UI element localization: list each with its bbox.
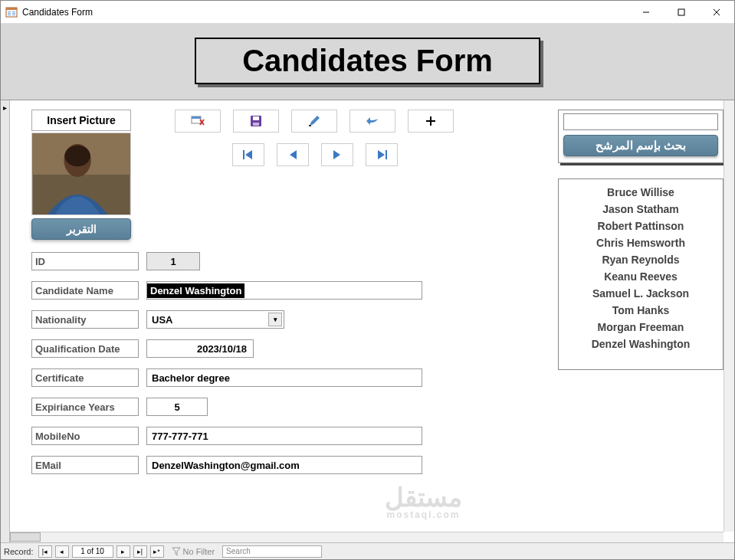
recordnav-next[interactable]: ▸ (116, 545, 130, 558)
certificate-field[interactable]: Bachelor degree (146, 368, 422, 387)
filter-icon (172, 547, 181, 556)
svg-rect-5 (12, 11, 15, 12)
action-toolbar (175, 110, 454, 133)
window-title: Candidates Form (22, 7, 628, 18)
nav-next-button[interactable] (321, 143, 353, 166)
svg-point-15 (64, 146, 90, 166)
list-item[interactable]: Denzel Washington (559, 336, 723, 352)
watermark: مستقل mostaql.com (385, 484, 462, 519)
value-name: Denzel Washington (147, 283, 244, 298)
header-box: Candidates Form (195, 38, 540, 84)
form-content: Insert Picture التقرير (10, 100, 734, 542)
list-item[interactable]: Jason Statham (559, 201, 723, 218)
list-item[interactable]: Keanu Reeves (559, 268, 723, 285)
save-button[interactable] (233, 110, 279, 133)
recordnav-last[interactable]: ▸| (133, 545, 147, 558)
titlebar: Candidates Form (1, 1, 734, 24)
record-nav-bar: Record: |◂ ◂ 1 of 10 ▸ ▸| ▸* No Filter S… (1, 542, 734, 559)
value-nationality: USA (152, 314, 172, 326)
label-mobile: MobileNo (31, 427, 139, 445)
record-nav-toolbar (232, 143, 398, 166)
close-button[interactable] (699, 1, 734, 24)
svg-rect-4 (8, 15, 11, 15)
label-qualdate: Qualification Date (31, 339, 139, 358)
page-title: Candidates Form (242, 44, 493, 78)
label-name: Candidate Name (31, 281, 139, 300)
watermark-sub: mostaql.com (385, 510, 462, 519)
svg-rect-17 (192, 116, 201, 119)
candidate-photo[interactable] (31, 133, 131, 215)
label-certificate: Certificate (31, 368, 139, 387)
list-item[interactable]: Ryan Reynolds (559, 251, 723, 268)
nav-first-button[interactable] (232, 143, 264, 166)
recordnav-filter[interactable]: No Filter (167, 547, 220, 556)
edit-button[interactable] (291, 110, 337, 133)
recordnav-first[interactable]: |◂ (38, 545, 52, 558)
svg-rect-3 (8, 13, 11, 14)
recordnav-new[interactable]: ▸* (150, 545, 164, 558)
list-item[interactable]: Chris Hemsworth (559, 234, 723, 251)
nav-prev-button[interactable] (277, 143, 309, 166)
add-button[interactable] (408, 110, 454, 133)
svg-marker-29 (333, 150, 340, 159)
maximize-button[interactable] (664, 1, 699, 24)
svg-rect-6 (12, 13, 15, 14)
app-window: Candidates Form Candidates Form ▸ Insert… (0, 0, 735, 560)
scrollbar-horizontal[interactable] (10, 532, 724, 542)
candidate-name-field[interactable]: Denzel Washington (146, 281, 422, 300)
header-band: Candidates Form (1, 24, 734, 100)
label-email: EMail (31, 456, 139, 474)
chevron-down-icon[interactable]: ▾ (268, 313, 282, 326)
mobile-field[interactable]: 777-777-771 (146, 427, 422, 445)
nationality-field[interactable]: USA ▾ (146, 310, 284, 329)
app-icon (5, 6, 18, 18)
window-controls (628, 1, 734, 24)
recordnav-label: Record: (4, 547, 35, 556)
minimize-button[interactable] (628, 1, 664, 24)
recordnav-prev[interactable]: ◂ (55, 545, 69, 558)
search-input[interactable] (563, 113, 718, 130)
record-selector[interactable]: ▸ (1, 100, 10, 542)
svg-rect-22 (253, 123, 259, 126)
scrollbar-vertical[interactable] (724, 100, 734, 532)
recordnav-search[interactable]: Search (222, 545, 322, 558)
list-item[interactable]: Tom Hanks (559, 302, 723, 319)
qualdate-field[interactable]: 2023/10/18 (146, 339, 254, 358)
svg-rect-26 (243, 150, 244, 159)
label-expyears: Expiriance Years (31, 398, 139, 416)
svg-marker-30 (378, 150, 385, 159)
svg-rect-21 (253, 116, 259, 120)
report-button[interactable]: التقرير (31, 218, 131, 240)
recordnav-position: 1 of 10 (72, 545, 113, 558)
email-field[interactable]: DenzelWashington@gmail.com (146, 456, 422, 474)
main-area: ▸ Insert Picture التقرير (1, 100, 734, 542)
toggle-button[interactable] (175, 110, 221, 133)
svg-rect-31 (386, 150, 387, 159)
svg-rect-9 (678, 9, 684, 15)
search-by-name-button[interactable]: بحث بإسم المرشح (563, 135, 718, 156)
svg-marker-27 (245, 150, 252, 159)
value-id: 1 (146, 252, 200, 270)
label-nationality: Nationality (31, 310, 139, 329)
candidates-list: Bruce Willise Jason Statham Robert Patti… (558, 178, 724, 370)
svg-rect-1 (6, 8, 17, 10)
svg-rect-2 (8, 11, 11, 12)
svg-rect-7 (12, 15, 15, 15)
expyears-field[interactable]: 5 (146, 398, 208, 416)
search-box-wrap: بحث بإسم المرشح (558, 110, 724, 163)
list-item[interactable]: Morgan Freeman (559, 319, 723, 336)
undo-button[interactable] (349, 110, 395, 133)
list-item[interactable]: Bruce Willise (559, 184, 723, 201)
label-id: ID (31, 252, 139, 270)
nav-last-button[interactable] (366, 143, 398, 166)
svg-marker-28 (290, 150, 297, 159)
insert-picture-button[interactable]: Insert Picture (31, 110, 131, 131)
list-item[interactable]: Robert Pattinson (559, 218, 723, 234)
watermark-main: مستقل (385, 484, 462, 510)
search-panel: بحث بإسم المرشح Bruce Willise Jason Stat… (558, 110, 724, 370)
list-item[interactable]: Samuel L. Jackson (559, 285, 723, 302)
svg-rect-23 (309, 125, 311, 126)
